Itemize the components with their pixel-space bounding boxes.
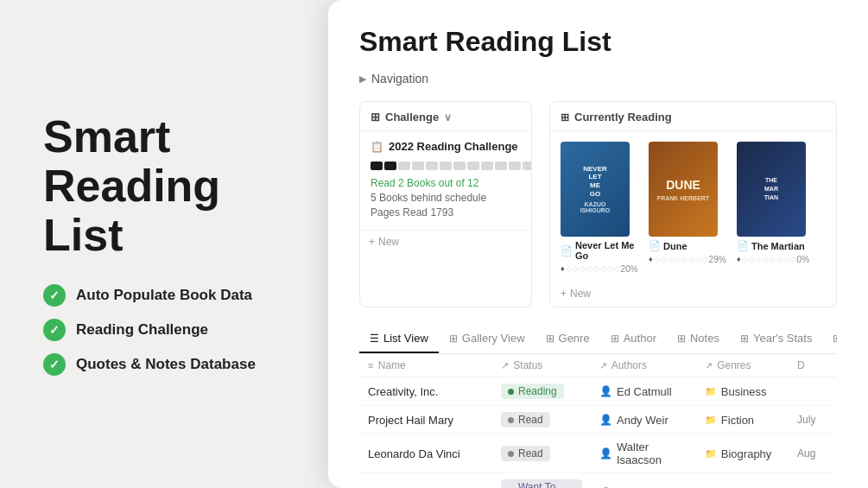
th-name-icon: ≡	[368, 360, 373, 371]
feature-item-3: ✓ Quotes & Notes Database	[43, 353, 285, 376]
tab-author[interactable]: ⊞ Author	[600, 325, 667, 353]
status-badge: Read	[501, 412, 550, 428]
nav-label[interactable]: Navigation	[371, 72, 428, 86]
tab-read-this-year[interactable]: ⊞ Read This Year	[822, 325, 837, 353]
status-badge: Read	[501, 446, 550, 461]
book-card-never-let-me-go[interactable]: NEVERLETMEGO KAZUOISHIGURO 📄 Never Let M…	[561, 142, 638, 274]
challenge-header[interactable]: ⊞ Challenge ∨	[360, 102, 531, 131]
book-icon-1: 📄	[561, 245, 573, 257]
reading-new-plus-icon: +	[561, 288, 567, 300]
tab-genre[interactable]: ⊞ Genre	[535, 325, 600, 353]
challenge-dropdown-icon[interactable]: ∨	[444, 111, 452, 124]
cell-date-1: July	[789, 406, 837, 434]
tab-gallery-view-label: Gallery View	[462, 332, 525, 345]
cell-status-0: Reading	[492, 377, 591, 406]
th-genres[interactable]: ↗ Genres	[696, 354, 789, 377]
reading-new-button[interactable]: + New	[550, 284, 836, 307]
tab-genre-icon: ⊞	[546, 333, 554, 345]
challenge-icon: ⊞	[371, 111, 380, 124]
th-name[interactable]: ≡ Name	[359, 354, 492, 377]
tab-gallery-view[interactable]: ⊞ Gallery View	[439, 325, 535, 353]
book-icon-3: 📄	[737, 240, 749, 251]
challenge-stat3: Pages Read 1793	[371, 206, 521, 219]
book-cover-dune: DUNE FRANK HERBERT	[649, 142, 718, 237]
status-dot	[508, 389, 514, 395]
status-badge: Reading	[501, 383, 564, 399]
book-card-dune[interactable]: DUNE FRANK HERBERT 📄 Dune ♦ ◇	[649, 142, 726, 274]
challenge-stat2: 5 Books behind schedule	[371, 192, 521, 204]
notion-window: Smart Reading List ▶ Navigation ⊞ Challe…	[328, 0, 868, 488]
th-status-icon: ↗	[501, 360, 509, 371]
cell-date-3	[789, 473, 837, 489]
challenge-year-row: 📋 2022 Reading Challenge	[371, 140, 521, 153]
feature-item-2: ✓ Reading Challenge	[43, 319, 285, 341]
th-status[interactable]: ↗ Status	[492, 354, 591, 377]
tab-genre-label: Genre	[559, 332, 590, 345]
feature-item-1: ✓ Auto Populate Book Data	[43, 284, 285, 307]
tab-list-view-icon: ☰	[370, 333, 379, 345]
challenge-new-plus-icon: +	[369, 236, 375, 248]
challenge-stat1: Read 2 Books out of 12	[371, 177, 521, 189]
tab-author-icon: ⊞	[611, 333, 619, 345]
status-dot	[508, 451, 514, 457]
cell-genre-2: 📁Biography	[696, 434, 789, 473]
navigation-row: ▶ Navigation	[359, 72, 837, 86]
genre-folder-icon: 📁	[705, 386, 717, 397]
status-badge: Want To Read	[501, 479, 582, 488]
left-panel: Smart Reading List ✓ Auto Populate Book …	[0, 0, 328, 488]
cell-status-3: Want To Read	[492, 473, 591, 489]
cell-date-2: Aug	[789, 434, 837, 473]
currently-reading-header: ⊞ Currently Reading	[550, 102, 836, 131]
cell-genre-3: 📁Fiction	[696, 473, 789, 489]
tab-years-stats-icon: ⊞	[740, 333, 749, 345]
table-row[interactable]: Creativity, Inc.Reading👤Ed Catmull📁Busin…	[359, 377, 837, 406]
feature-list: ✓ Auto Populate Book Data ✓ Reading Chal…	[43, 284, 285, 376]
cell-name-2: Leonardo Da Vinci	[359, 434, 492, 473]
cell-genre-1: 📁Fiction	[696, 406, 789, 434]
tab-gallery-view-icon: ⊞	[449, 333, 458, 345]
tab-notes-label: Notes	[690, 332, 719, 345]
tab-notes-icon: ⊞	[677, 333, 686, 345]
check-icon-3: ✓	[43, 353, 66, 376]
challenge-new-button[interactable]: + New	[360, 230, 531, 253]
seg-11	[509, 162, 521, 170]
challenge-year-label: 2022 Reading Challenge	[389, 140, 518, 153]
challenge-body: 📋 2022 Reading Challenge	[360, 131, 531, 230]
table-row[interactable]: Leonardo Da VinciRead👤Walter Isaacson📁Bi…	[359, 434, 837, 473]
cell-name-3: Norse Mythology	[359, 473, 492, 489]
seg-4	[412, 162, 424, 170]
cell-status-1: Read	[492, 406, 591, 434]
table-row[interactable]: Project Hail MaryRead👤Andy Weir📁FictionJ…	[359, 406, 837, 434]
author-person-icon: 👤	[599, 447, 612, 459]
cell-author-2: 👤Walter Isaacson	[591, 434, 696, 473]
challenge-header-label: Challenge	[385, 111, 439, 124]
cell-status-2: Read	[492, 434, 591, 473]
book-cover-the-martian: THEMARTIAN	[737, 142, 806, 237]
seg-8	[467, 162, 479, 170]
seg-5	[426, 162, 438, 170]
seg-10	[495, 162, 507, 170]
check-icon-2: ✓	[43, 319, 66, 341]
book-title-1: 📄 Never Let Me Go	[561, 240, 638, 261]
cell-author-3: 👤Neil Gaiman	[591, 473, 696, 489]
tab-years-stats-label: Year's Stats	[753, 332, 813, 345]
page-title: Smart Reading List	[359, 26, 837, 58]
cell-genre-0: 📁Business	[696, 377, 789, 406]
th-genres-icon: ↗	[705, 360, 713, 371]
nav-arrow-icon: ▶	[359, 73, 366, 85]
progress-bar-container: 17%	[371, 160, 521, 172]
book-rating-3: ♦ ◇ ◇ ◇ ◇ ◇ ◇ ◇ ◇ 0%	[737, 255, 809, 264]
tab-years-stats[interactable]: ⊞ Year's Stats	[730, 325, 823, 353]
book-card-the-martian[interactable]: THEMARTIAN 📄 The Martian ♦ ◇ ◇	[737, 142, 814, 274]
book-rating-2: ♦ ◇ ◇ ◇ ◇ ◇ ◇ ◇ ◇ 29%	[649, 255, 726, 264]
cell-author-0: 👤Ed Catmull	[591, 377, 696, 406]
tab-read-this-year-icon: ⊞	[833, 333, 837, 345]
challenge-year-icon: 📋	[371, 141, 383, 153]
th-date[interactable]: D	[789, 354, 837, 377]
tab-notes[interactable]: ⊞ Notes	[667, 325, 730, 353]
table-row[interactable]: Norse MythologyWant To Read👤Neil Gaiman📁…	[359, 473, 837, 489]
tab-list-view[interactable]: ☰ List View	[359, 325, 439, 353]
seg-12	[523, 162, 532, 170]
books-table: ≡ Name ↗ Status ↗ Authors	[359, 354, 837, 488]
th-authors[interactable]: ↗ Authors	[591, 354, 696, 377]
